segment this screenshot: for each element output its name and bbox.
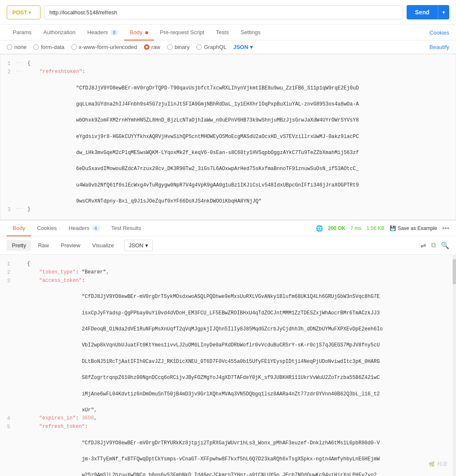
save-icon: 💾	[390, 225, 396, 231]
resp-tab-cookies[interactable]: Cookies	[31, 221, 63, 236]
format-form-data-radio	[33, 44, 39, 50]
body-active-dot	[145, 31, 148, 34]
resp-line-4: 4 "expires_in": 3600,	[0, 414, 456, 423]
resp-format-select[interactable]: JSON ▾	[124, 240, 153, 251]
app-container: POST ▾ Send ▾ Params Authorization Heade…	[0, 0, 456, 476]
format-binary[interactable]: binary	[167, 44, 190, 50]
resp-tab-body[interactable]: Body	[7, 221, 31, 236]
resp-toolbar-icons: ⇌ ⧉ 🔍	[421, 241, 449, 249]
cookies-link[interactable]: Cookies	[429, 30, 449, 36]
resp-tab-test-results[interactable]: Test Results	[106, 221, 147, 236]
watermark-icon: 🌿	[429, 461, 435, 467]
format-raw[interactable]: raw	[144, 44, 160, 50]
tab-authorization[interactable]: Authorization	[38, 25, 81, 41]
request-line-3: 3 ··· }	[0, 206, 456, 214]
format-urlencoded[interactable]: x-www-form-urlencoded	[71, 44, 137, 50]
resp-format-chevron-icon: ▾	[145, 242, 148, 249]
resp-line-2: 2 "token_type": "Bearer",	[0, 268, 456, 277]
status-code: 200 OK	[328, 225, 345, 231]
method-chevron-icon: ▾	[29, 10, 31, 15]
response-header: Body Cookies Headers 4 Test Results 🌐 20…	[0, 221, 456, 236]
request-bar: POST ▾ Send ▾	[0, 0, 456, 25]
format-json-label: JSON	[233, 44, 248, 50]
format-raw-radio	[144, 44, 149, 50]
headers-badge: 8	[110, 30, 118, 35]
format-form-data[interactable]: form-data	[33, 44, 65, 50]
tab-settings[interactable]: Settings	[235, 25, 266, 41]
more-options-icon[interactable]: •••	[442, 224, 449, 232]
format-graphql[interactable]: GraphQL	[196, 44, 226, 50]
tab-body[interactable]: Body	[124, 25, 154, 41]
request-line-2: 2 ··· "refreshtoken": "CfDJ8JjV9YO8ewBEr…	[0, 68, 456, 206]
watermark: 🌿 桂迹	[429, 460, 448, 468]
resp-headers-badge: 4	[92, 225, 99, 231]
format-binary-radio	[167, 44, 173, 50]
copy-icon[interactable]: ⧉	[431, 241, 436, 249]
request-body-editor[interactable]: 1 ··· { 2 ··· "refreshtoken": "CfDJ8JjV9…	[0, 54, 456, 220]
watermark-text: 桂迹	[437, 460, 448, 468]
search-icon[interactable]: 🔍	[441, 241, 449, 249]
resp-view-visualize[interactable]: Visualize	[87, 240, 119, 251]
send-button-label: Send	[407, 5, 438, 19]
save-example-button[interactable]: 💾 Save as Example	[390, 225, 437, 231]
format-none-radio	[7, 44, 12, 50]
format-json-chevron-icon: ▾	[250, 44, 253, 50]
format-urlencoded-radio	[71, 44, 77, 50]
url-input[interactable]	[44, 5, 403, 19]
resp-format-bar: Pretty Raw Preview Visualize JSON ▾ ⇌ ⧉ …	[0, 236, 456, 255]
format-graphql-radio	[196, 44, 202, 50]
send-button[interactable]: Send ▾	[407, 5, 449, 19]
tab-headers[interactable]: Headers 8	[81, 25, 124, 41]
method-select[interactable]: POST ▾	[7, 5, 41, 19]
response-body: 1 { 2 "token_type": "Bearer", 3 "access_…	[0, 255, 456, 476]
resp-view-preview[interactable]: Preview	[56, 240, 85, 251]
resp-format-label: JSON	[129, 242, 144, 249]
globe-icon: 🌐	[316, 225, 323, 232]
resp-view-raw[interactable]: Raw	[33, 240, 54, 251]
request-line-1: 1 ··· {	[0, 60, 456, 68]
response-time: 7 ms	[350, 225, 361, 231]
resp-view-pretty[interactable]: Pretty	[7, 240, 31, 251]
word-wrap-icon[interactable]: ⇌	[421, 241, 426, 249]
send-dropdown-icon[interactable]: ▾	[438, 6, 449, 19]
response-size: 1.56 KB	[366, 225, 385, 231]
save-example-label: Save as Example	[398, 225, 437, 231]
resp-line-3: 3 "access_token": "CfDJ8JjV9YO8ewBEr-mV0…	[0, 277, 456, 414]
tab-params[interactable]: Params	[7, 25, 38, 41]
tab-tests[interactable]: Tests	[210, 25, 235, 41]
response-section: Body Cookies Headers 4 Test Results 🌐 20…	[0, 220, 456, 476]
resp-line-1: 1 {	[0, 260, 456, 268]
tab-pre-request-script[interactable]: Pre-request Script	[154, 25, 210, 41]
beautify-button[interactable]: Beautify	[429, 44, 449, 50]
resp-line-5: 5 "refresh_token": "CfDJ8JjV9YO8ewBEr-mV…	[0, 423, 456, 476]
format-json-select[interactable]: JSON ▾	[233, 44, 252, 50]
response-status-area: 🌐 200 OK 7 ms 1.56 KB 💾 Save as Example …	[316, 224, 449, 232]
body-format-bar: none form-data x-www-form-urlencoded raw…	[0, 41, 456, 54]
format-none[interactable]: none	[7, 44, 27, 50]
method-label: POST	[12, 9, 27, 16]
resp-tab-headers[interactable]: Headers 4	[63, 221, 106, 236]
request-tabs: Params Authorization Headers 8 Body Pre-…	[0, 25, 456, 41]
